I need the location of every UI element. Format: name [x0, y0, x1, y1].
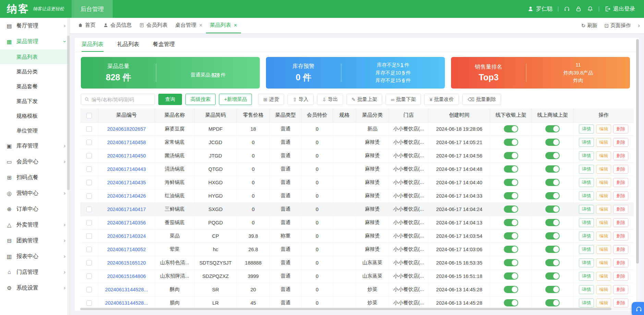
sidebar-subitem[interactable]: 菜品套餐 — [0, 79, 70, 94]
sidebar-subitem[interactable]: 菜品列表 — [0, 49, 70, 64]
sidebar-item[interactable]: ▥报表中心› — [0, 248, 70, 264]
online-shelf-toggle[interactable] — [545, 206, 560, 213]
edit-button[interactable]: 编辑 — [596, 258, 611, 267]
query-button[interactable]: 查询 — [158, 94, 182, 105]
card-detail-number[interactable]: 828 — [211, 72, 220, 78]
edit-button[interactable]: 编辑 — [596, 285, 611, 294]
online-shelf-toggle[interactable] — [545, 139, 560, 146]
online-shelf-toggle[interactable] — [545, 219, 560, 226]
edit-button[interactable]: 编辑 — [596, 218, 611, 227]
row-checkbox[interactable] — [86, 166, 92, 172]
delete-button[interactable]: 删除 — [613, 165, 628, 174]
vertical-scrollbar[interactable] — [636, 39, 639, 306]
item-id-link[interactable]: 20240617140426 — [107, 193, 146, 199]
sidebar-item[interactable]: ▦菜品管理› — [0, 34, 70, 49]
delete-button[interactable]: 删除 — [613, 125, 628, 133]
offline-shelf-toggle[interactable] — [504, 192, 518, 199]
offline-shelf-toggle[interactable] — [504, 206, 518, 213]
row-checkbox[interactable] — [86, 273, 92, 279]
detail-button[interactable]: 详情 — [579, 232, 594, 241]
sidebar-subitem[interactable]: 菜品分类 — [0, 64, 70, 79]
delete-button[interactable]: 删除 — [613, 151, 628, 160]
delete-button[interactable]: 删除 — [613, 299, 628, 307]
horizontal-scrollbar[interactable] — [80, 308, 634, 310]
row-checkbox[interactable] — [86, 300, 92, 306]
subtab[interactable]: 餐盒管理 — [153, 38, 175, 52]
online-shelf-toggle[interactable] — [545, 179, 560, 186]
batch-offshelf-button[interactable]: ∞批量下架 — [386, 94, 421, 105]
sidebar-subitem[interactable]: 菜品下发 — [0, 94, 70, 108]
detail-button[interactable]: 详情 — [579, 218, 594, 227]
online-shelf-toggle[interactable] — [545, 246, 560, 253]
logout-button[interactable]: 退出登录 — [605, 5, 635, 13]
row-checkbox[interactable] — [86, 260, 92, 266]
batch-reprice-button[interactable]: ¥批量改价 — [424, 94, 459, 105]
detail-button[interactable]: 详情 — [579, 205, 594, 214]
online-shelf-toggle[interactable] — [545, 299, 560, 306]
workspace-tab[interactable]: 会员信息 — [99, 18, 135, 33]
detail-button[interactable]: 详情 — [579, 151, 594, 160]
edit-button[interactable]: 编辑 — [596, 191, 611, 200]
customer-service-widget[interactable] — [632, 302, 644, 315]
online-shelf-toggle[interactable] — [545, 192, 560, 199]
card-detail-number[interactable]: 6 — [402, 78, 405, 83]
delete-button[interactable]: 删除 — [613, 258, 628, 267]
online-shelf-toggle[interactable] — [545, 152, 560, 159]
edit-button[interactable]: 编辑 — [596, 232, 611, 241]
sidebar-subitem[interactable]: 单位管理 — [0, 123, 70, 138]
batch-onshelf-button[interactable]: ✎批量上架 — [347, 94, 382, 105]
advanced-search-button[interactable]: 高级搜索 — [185, 94, 216, 105]
delete-button[interactable]: 删除 — [613, 272, 628, 281]
edit-button[interactable]: 编辑 — [596, 205, 611, 214]
subtab[interactable]: 礼品列表 — [117, 38, 139, 52]
delete-button[interactable]: 删除 — [613, 285, 628, 294]
item-id-link[interactable]: 20240617140052 — [107, 247, 146, 252]
item-id-link[interactable]: 20240613144528... — [105, 300, 148, 306]
row-checkbox[interactable] — [86, 233, 92, 239]
sidebar-item[interactable]: ⌂门店管理› — [0, 264, 70, 280]
detail-button[interactable]: 详情 — [579, 178, 594, 187]
search-input[interactable] — [92, 97, 151, 102]
offline-shelf-toggle[interactable] — [504, 272, 518, 280]
detail-button[interactable]: 详情 — [579, 138, 594, 147]
page-ops-button[interactable]: ⊡ 页面操作 — [604, 22, 631, 29]
delete-button[interactable]: 删除 — [613, 218, 628, 227]
sidebar-scrollbar-thumb[interactable] — [67, 36, 70, 190]
row-checkbox[interactable] — [86, 287, 92, 292]
edit-button[interactable]: 编辑 — [596, 178, 611, 187]
workspace-tab[interactable]: 会员列表 — [135, 18, 171, 33]
offline-shelf-toggle[interactable] — [504, 232, 518, 240]
item-id-link[interactable]: 20240615164806 — [107, 273, 146, 279]
workspace-tab[interactable]: 首页 — [74, 18, 99, 33]
offline-shelf-toggle[interactable] — [504, 152, 518, 159]
add-item-button[interactable]: +新增菜品 — [219, 94, 252, 105]
card-detail-number[interactable]: 1 — [401, 62, 403, 68]
sidebar-item[interactable]: ⊞扫码点餐 — [0, 170, 70, 185]
online-shelf-toggle[interactable] — [545, 259, 560, 266]
item-id-link[interactable]: 20240617140450 — [107, 153, 146, 159]
online-shelf-toggle[interactable] — [545, 125, 560, 132]
offline-shelf-toggle[interactable] — [504, 286, 518, 293]
delete-button[interactable]: 删除 — [613, 178, 628, 187]
sidebar-item[interactable]: ▭会员中心› — [0, 154, 70, 170]
edit-button[interactable]: 编辑 — [596, 245, 611, 254]
row-checkbox[interactable] — [86, 126, 92, 132]
workspace-tab[interactable]: 菜品列表× — [206, 18, 241, 33]
stock-in-button[interactable]: ⊞进货 — [258, 94, 284, 105]
row-checkbox[interactable] — [86, 247, 92, 252]
online-shelf-toggle[interactable] — [545, 232, 560, 240]
online-shelf-toggle[interactable] — [545, 272, 560, 280]
detail-button[interactable]: 详情 — [579, 258, 594, 267]
item-id-link[interactable]: 20240617140324 — [107, 233, 146, 239]
online-shelf-toggle[interactable] — [545, 165, 560, 173]
export-button[interactable]: ⇩导出 — [317, 94, 343, 105]
sidebar-item[interactable]: ◎营销中心› — [0, 185, 70, 201]
detail-button[interactable]: 详情 — [579, 125, 594, 133]
delete-button[interactable]: 删除 — [613, 138, 628, 147]
offline-shelf-toggle[interactable] — [504, 125, 518, 132]
sidebar-item[interactable]: ▣库存管理› — [0, 138, 70, 154]
offline-shelf-toggle[interactable] — [504, 299, 518, 306]
lock-icon[interactable] — [575, 6, 582, 12]
backend-admin-tab[interactable]: 后台管理 — [72, 0, 113, 18]
offline-shelf-toggle[interactable] — [504, 259, 518, 266]
